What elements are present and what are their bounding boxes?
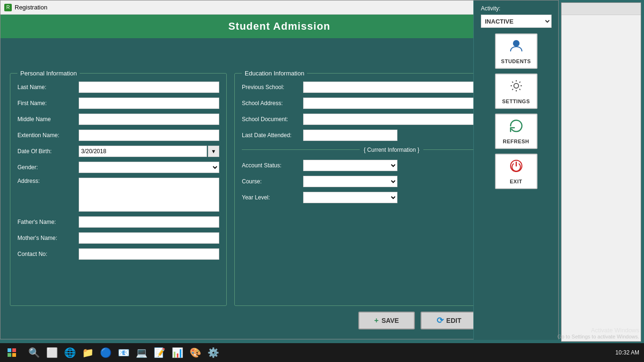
- address-row: Address:: [17, 178, 219, 212]
- middle-name-row: Middle Name: [17, 114, 219, 125]
- address-input[interactable]: [79, 178, 219, 212]
- edit-button[interactable]: ⟳ EDIT: [421, 312, 477, 329]
- date-picker-button[interactable]: ▼: [208, 146, 219, 157]
- exit-label: EXIT: [510, 179, 522, 184]
- education-info-legend: Education Information: [242, 70, 307, 77]
- dob-row: Date Of Birth: ▼: [17, 146, 219, 157]
- refresh-button[interactable]: REFRESH: [495, 114, 537, 149]
- mother-name-row: Mother's Name:: [17, 232, 219, 244]
- taskbar-app6[interactable]: ⚙️: [205, 344, 222, 361]
- extension-name-label: Extention Name:: [17, 132, 79, 139]
- taskbar-app4[interactable]: 📊: [169, 344, 186, 361]
- taskbar-chrome[interactable]: 🔵: [97, 344, 114, 361]
- divider-line-left: [242, 149, 360, 150]
- extension-name-row: Extention Name:: [17, 130, 219, 141]
- date-input-wrapper: ▼: [79, 146, 219, 157]
- gender-select[interactable]: Male Female: [79, 162, 219, 173]
- course-label: Course:: [242, 178, 303, 185]
- taskbar-app5[interactable]: 🎨: [187, 344, 204, 361]
- first-name-row: First Name:: [17, 98, 219, 109]
- student-id-area: Student ID: 45: [10, 43, 549, 66]
- edit-label: EDIT: [446, 317, 462, 324]
- refresh-icon: [509, 118, 524, 137]
- previous-school-label: Previous School:: [242, 84, 303, 90]
- taskbar-items: 🔍 ⬜ 🌐 📁 🔵 📧 💻 📝 📊 🎨 ⚙️: [24, 344, 611, 361]
- year-level-select[interactable]: 1 2 3 4: [303, 192, 397, 203]
- gender-row: Gender: Male Female: [17, 162, 219, 173]
- taskbar-app1[interactable]: 📧: [115, 344, 132, 361]
- course-select[interactable]: [303, 176, 397, 187]
- students-icon: [509, 38, 524, 57]
- svg-rect-4: [12, 348, 16, 352]
- account-status-label: Account Status:: [242, 162, 303, 169]
- settings-icon: [509, 78, 524, 97]
- first-name-input[interactable]: [79, 98, 219, 109]
- students-button[interactable]: STUDENTS: [495, 33, 537, 69]
- taskbar-time: 10:32 AM: [615, 349, 639, 356]
- taskbar-edge[interactable]: 🌐: [61, 344, 78, 361]
- account-status-select[interactable]: Active Inactive: [303, 160, 397, 171]
- svg-rect-6: [12, 353, 16, 357]
- father-name-row: Father's Name:: [17, 216, 219, 228]
- settings-button[interactable]: SETTINGS: [495, 74, 537, 109]
- contact-no-label: Contact No:: [17, 251, 79, 257]
- dob-label: Date Of Birth:: [17, 148, 79, 155]
- taskbar-app3[interactable]: 📝: [151, 344, 168, 361]
- middle-name-input[interactable]: [79, 114, 219, 125]
- title-bar-left: R Registration: [4, 4, 47, 11]
- last-name-row: Last Name:: [17, 82, 219, 93]
- save-icon: +: [374, 316, 379, 325]
- divider-text: { Current Information }: [360, 147, 423, 153]
- last-name-label: Last Name:: [17, 84, 79, 90]
- save-label: SAVE: [381, 317, 399, 324]
- main-window: R Registration ─ □ ✕ Student Admission S…: [0, 0, 559, 339]
- student-id-value: 45: [10, 50, 549, 66]
- svg-rect-5: [8, 353, 11, 357]
- last-date-attended-label: Last Date Attended:: [242, 132, 303, 139]
- father-name-input[interactable]: [79, 216, 219, 228]
- activity-label: Activity:: [474, 5, 500, 12]
- window-title: Registration: [15, 4, 47, 11]
- save-button[interactable]: + SAVE: [358, 312, 415, 329]
- svg-rect-3: [8, 348, 11, 352]
- svg-point-1: [514, 83, 519, 88]
- edit-icon: ⟳: [437, 315, 444, 326]
- activate-line2: Go to Settings to activate Windows.: [557, 334, 639, 339]
- start-button[interactable]: [0, 343, 24, 362]
- last-name-input[interactable]: [79, 82, 219, 93]
- app-icon: R: [4, 4, 12, 11]
- settings-label: SETTINGS: [502, 99, 530, 104]
- taskbar-app2[interactable]: 💻: [133, 344, 150, 361]
- personal-info-fieldset: Personal Information Last Name: First Na…: [10, 70, 227, 306]
- app-title: Student Admission: [228, 20, 330, 32]
- student-id-label: Student ID:: [10, 43, 549, 50]
- extension-name-input[interactable]: [79, 130, 219, 141]
- taskbar-task-view[interactable]: ⬜: [43, 344, 60, 361]
- background-window: [561, 2, 641, 342]
- contact-no-row: Contact No:: [17, 248, 219, 260]
- activate-windows-notice: Activate Windows Go to Settings to activ…: [557, 327, 639, 339]
- year-level-label: Year Level:: [242, 194, 303, 201]
- activity-dropdown[interactable]: INACTIVE ACTIVE: [481, 15, 552, 28]
- taskbar-right: 10:32 AM: [611, 349, 644, 356]
- dob-input[interactable]: [79, 146, 207, 157]
- activate-line1: Activate Windows: [557, 327, 639, 334]
- middle-name-label: Middle Name: [17, 116, 79, 123]
- svg-point-0: [513, 40, 520, 47]
- contact-no-input[interactable]: [79, 248, 219, 260]
- taskbar-search[interactable]: 🔍: [25, 344, 42, 361]
- school-address-label: School Address:: [242, 100, 303, 107]
- exit-button[interactable]: EXIT: [495, 154, 537, 189]
- mother-name-input[interactable]: [79, 232, 219, 244]
- mother-name-label: Mother's Name:: [17, 235, 79, 241]
- exit-icon: [509, 158, 524, 177]
- father-name-label: Father's Name:: [17, 219, 79, 225]
- students-label: STUDENTS: [501, 58, 531, 64]
- last-date-attended-input[interactable]: [303, 130, 397, 141]
- address-label: Address:: [17, 178, 79, 184]
- forms-row: Personal Information Last Name: First Na…: [10, 70, 549, 306]
- taskbar: 🔍 ⬜ 🌐 📁 🔵 📧 💻 📝 📊 🎨 ⚙️ 10:32 AM: [0, 343, 644, 362]
- refresh-label: REFRESH: [503, 139, 529, 144]
- taskbar-explorer[interactable]: 📁: [79, 344, 96, 361]
- school-document-label: School Document:: [242, 116, 303, 123]
